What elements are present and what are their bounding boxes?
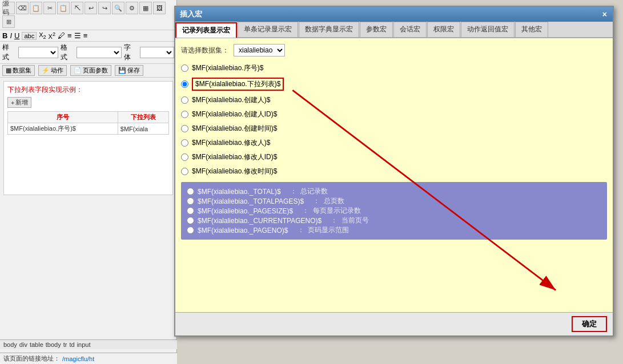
format-label: 格式 <box>61 43 74 62</box>
tb12[interactable]: ⊞ <box>2 15 15 28</box>
modal-tabs: 记录列表显示宏 单条记录显示宏 数据字典显示宏 参数宏 会话宏 权限宏 动作返回… <box>175 22 613 38</box>
align-center[interactable]: ☰ <box>74 31 81 40</box>
pagination-section: $MF(xialaliebiao._TOTAL)$ ： 总记录数 $MF(xia… <box>181 182 607 240</box>
macro-label-modifier-id: $MF(xialaliebiao.修改人ID)$ <box>192 152 277 162</box>
macro-label-currentpageno: $MF(xialaliebiao._CURRENTPAGENO)$ <box>198 217 321 225</box>
macro-radio-list: $MF(xialaliebiao.序号)$ $MF(xialaliebiao.下… <box>181 63 607 176</box>
radio-seq[interactable] <box>181 64 188 72</box>
paint-btn[interactable]: 🖊 <box>58 31 65 40</box>
col-header-seq: 序号 <box>8 112 118 123</box>
tb8[interactable]: 🔍 <box>112 2 124 14</box>
tb2[interactable]: 📋 <box>30 2 42 14</box>
tb11[interactable]: 🖼 <box>153 2 166 14</box>
style-select[interactable] <box>18 47 58 58</box>
radio-totalpages[interactable] <box>187 197 194 205</box>
radio-item-totalpages[interactable]: $MF(xialaliebiao._TOTALPAGES)$ ： 总页数 <box>187 196 601 206</box>
tab-record-list[interactable]: 记录列表显示宏 <box>175 22 237 38</box>
radio-item-modify-time[interactable]: $MF(xialaliebiao.修改时间)$ <box>181 167 607 176</box>
dataset-label: 数据集 <box>13 66 31 75</box>
style-label: 样式 <box>2 43 16 62</box>
radio-item-currentpageno[interactable]: $MF(xialaliebiao._CURRENTPAGENO)$ ： 当前页号 <box>187 216 601 225</box>
tab-permission[interactable]: 权限宏 <box>427 22 460 37</box>
status-input[interactable]: input <box>77 341 91 348</box>
italic-btn[interactable]: I <box>10 31 12 40</box>
editor-panel: 源码 ⌫ 📋 ✂ 📋 ⛏ ↩ ↪ 🔍 ⚙ ▦ 🖼 ⊞ B I U abc X2 … <box>0 0 177 364</box>
radio-item-creator-id[interactable]: $MF(xialaliebiao.创建人ID)$ <box>181 110 607 119</box>
macro-label-pagesize: $MF(xialaliebiao._PAGESIZE)$ <box>198 207 293 215</box>
tab-single-record[interactable]: 单条记录显示宏 <box>238 22 298 37</box>
tab-params[interactable]: 参数宏 <box>360 22 393 37</box>
page-params-btn[interactable]: 📄 页面参数 <box>70 65 111 76</box>
radio-item-modifier[interactable]: $MF(xialaliebiao.修改人)$ <box>181 138 607 148</box>
source-btn[interactable]: 源码 <box>2 2 15 14</box>
dataset-btn[interactable]: ▦ 数据集 <box>2 65 35 76</box>
radio-modifier-id[interactable] <box>181 153 188 161</box>
radio-item-creator[interactable]: $MF(xialaliebiao.创建人)$ <box>181 95 607 105</box>
font-select[interactable] <box>140 47 174 58</box>
align-left[interactable]: ≡ <box>67 31 72 40</box>
tab-session[interactable]: 会话宏 <box>393 22 427 37</box>
sub-btn[interactable]: X2 <box>39 31 46 40</box>
radio-item-modifier-id[interactable]: $MF(xialaliebiao.修改人ID)$ <box>181 152 607 162</box>
dataset-select[interactable]: xialaliebiao <box>234 44 285 56</box>
modal-body: 请选择数据集： xialaliebiao $MF(xialaliebiao.序号… <box>175 38 613 312</box>
radio-pagesize[interactable] <box>187 207 194 215</box>
status-td[interactable]: td <box>69 341 74 348</box>
bold-btn[interactable]: B <box>2 31 7 40</box>
radio-total[interactable] <box>187 188 194 195</box>
tb5[interactable]: ⛏ <box>71 2 83 14</box>
dataset-icon: ▦ <box>6 67 11 74</box>
toolbar-row2: B I U abc X2 X2 🖊 ≡ ☰ ≡ <box>0 30 176 42</box>
tb1[interactable]: ⌫ <box>16 2 29 14</box>
table-row: $MF(xialaliebiao.序号)$ $MF(xiala <box>8 123 169 135</box>
link-bar: 该页面的链接地址： /magicflu/ht <box>0 353 177 364</box>
desc-total: ： 总记录数 <box>290 187 328 196</box>
status-tr[interactable]: tr <box>63 341 67 348</box>
tb6[interactable]: ↩ <box>85 2 97 14</box>
add-record-btn[interactable]: + 新增 <box>7 97 31 108</box>
tb10[interactable]: ▦ <box>139 2 152 14</box>
status-tbody[interactable]: tbody <box>46 341 61 348</box>
macro-label-pageno: $MF(xialaliebiao._PAGENO)$ <box>198 227 288 234</box>
save-label: 保存 <box>127 66 140 75</box>
toolbar-row4: ▦ 数据集 ⚡ 动作 📄 页面参数 💾 保存 <box>0 64 176 78</box>
align-right[interactable]: ≡ <box>83 31 88 40</box>
dataset-row: 请选择数据集： xialaliebiao <box>181 44 607 56</box>
sup-btn[interactable]: X2 <box>49 31 55 40</box>
cell-dropdown: $MF(xiala <box>118 123 168 135</box>
radio-modifier[interactable] <box>181 139 188 147</box>
add-icon: + <box>11 99 14 106</box>
underline-btn[interactable]: U <box>14 31 19 40</box>
status-div[interactable]: div <box>19 341 27 348</box>
action-label: 动作 <box>51 66 63 75</box>
abc-btn[interactable]: abc <box>22 32 37 40</box>
radio-dropdown[interactable] <box>181 80 188 88</box>
status-table[interactable]: table <box>30 341 43 348</box>
format-select[interactable] <box>77 47 122 58</box>
radio-currentpageno[interactable] <box>187 217 194 224</box>
radio-item-pagesize[interactable]: $MF(xialaliebiao._PAGESIZE)$ ： 每页显示记录数 <box>187 206 601 216</box>
tab-action-return[interactable]: 动作返回值宏 <box>461 22 515 37</box>
font-label: 字体 <box>124 43 138 62</box>
radio-pageno[interactable] <box>187 227 194 234</box>
tb9[interactable]: ⚙ <box>126 2 138 14</box>
radio-modify-time[interactable] <box>181 168 188 175</box>
radio-item-create-time[interactable]: $MF(xialaliebiao.创建时间)$ <box>181 124 607 134</box>
radio-creator-id[interactable] <box>181 111 188 118</box>
tab-data-dict[interactable]: 数据字典显示宏 <box>299 22 359 37</box>
status-body[interactable]: body <box>3 341 17 348</box>
radio-item-total[interactable]: $MF(xialaliebiao._TOTAL)$ ： 总记录数 <box>187 187 601 196</box>
confirm-button[interactable]: 确定 <box>572 316 607 332</box>
radio-item-dropdown[interactable]: $MF(xialaliebiao.下拉列表)$ <box>181 78 607 91</box>
tb4[interactable]: 📋 <box>57 2 70 14</box>
radio-item-pageno[interactable]: $MF(xialaliebiao._PAGENO)$ ： 页码显示范围 <box>187 225 601 235</box>
radio-creator[interactable] <box>181 96 188 104</box>
modal-close-btn[interactable]: × <box>601 10 608 19</box>
radio-item-seq[interactable]: $MF(xialaliebiao.序号)$ <box>181 63 607 73</box>
tb3[interactable]: ✂ <box>43 2 56 14</box>
radio-create-time[interactable] <box>181 125 188 132</box>
action-btn[interactable]: ⚡ 动作 <box>38 65 67 76</box>
save-btn[interactable]: 💾 保存 <box>115 65 143 76</box>
tab-other[interactable]: 其他宏 <box>515 22 548 37</box>
tb7[interactable]: ↪ <box>98 2 111 14</box>
